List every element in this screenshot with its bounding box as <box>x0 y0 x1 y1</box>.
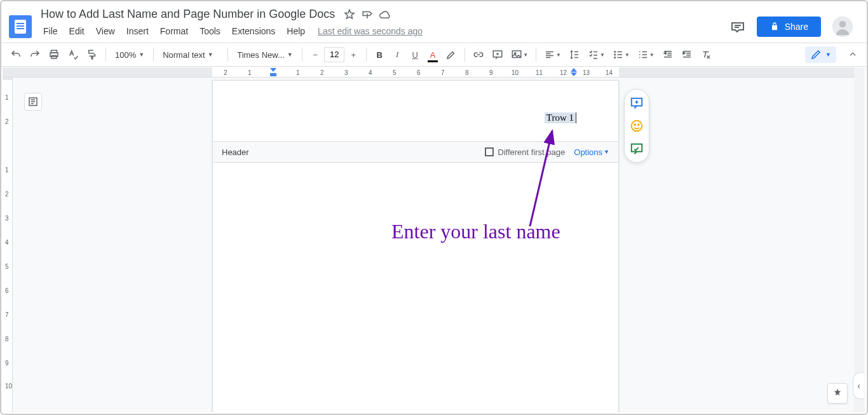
ruler-tick: 1 <box>248 69 252 76</box>
editing-mode-button[interactable]: ▼ <box>805 46 836 63</box>
undo-button[interactable] <box>8 46 24 64</box>
zoom-select[interactable]: 100%▼ <box>111 46 148 64</box>
ruler-tick: 10 <box>512 69 519 76</box>
font-size-increase[interactable]: + <box>346 46 361 64</box>
comments-history-icon[interactable] <box>730 19 745 34</box>
separator <box>105 48 106 62</box>
right-indent-marker[interactable] <box>570 67 578 78</box>
bulleted-list-button[interactable]: ▼ <box>610 46 632 64</box>
vertical-ruler[interactable]: 1 2 1 2 3 4 5 6 7 8 9 10 <box>3 78 13 412</box>
insert-image-button[interactable]: ▼ <box>508 46 531 64</box>
comment-actions-panel <box>624 89 649 163</box>
align-button[interactable]: ▼ <box>541 46 564 64</box>
toolbar: 100%▼ Normal text▼ Times New...▼ − 12 + … <box>1 43 867 67</box>
add-comment-button[interactable] <box>489 46 506 64</box>
increase-indent-button[interactable] <box>679 46 695 64</box>
menu-format[interactable]: Format <box>155 24 193 39</box>
separator <box>366 48 367 62</box>
document-title[interactable]: How to Add Last Name and Page Number in … <box>38 6 337 22</box>
star-icon[interactable] <box>344 9 355 20</box>
zoom-value: 100% <box>115 50 136 60</box>
lock-icon <box>770 22 780 32</box>
menu-edit[interactable]: Edit <box>64 24 90 39</box>
ruler-tick: 1 <box>296 69 300 76</box>
font-size-decrease[interactable]: − <box>308 46 323 64</box>
account-avatar[interactable] <box>832 17 853 37</box>
ruler-tick: 6 <box>417 69 421 76</box>
share-button[interactable]: Share <box>757 17 821 37</box>
add-comment-icon[interactable] <box>630 96 644 110</box>
ruler-tick: 4 <box>369 69 372 76</box>
italic-button[interactable]: I <box>390 46 405 64</box>
last-edit-link[interactable]: Last edit was seconds ago <box>318 26 423 36</box>
spellcheck-button[interactable] <box>65 46 81 64</box>
ruler-tick: 4 <box>5 239 9 246</box>
menu-view[interactable]: View <box>91 24 120 39</box>
svg-point-17 <box>632 121 642 132</box>
hide-menus-button[interactable] <box>845 47 860 62</box>
svg-point-18 <box>634 124 635 125</box>
ruler-tick: 8 <box>5 336 9 343</box>
menu-help[interactable]: Help <box>281 24 310 39</box>
font-size-input[interactable]: 12 <box>324 47 344 62</box>
separator <box>153 48 154 62</box>
numbered-list-button[interactable]: ▼ <box>635 46 657 64</box>
separator <box>465 48 465 62</box>
pencil-icon <box>810 49 822 60</box>
move-icon[interactable] <box>362 9 373 20</box>
docs-logo-icon[interactable] <box>9 15 32 38</box>
svg-rect-14 <box>270 73 276 76</box>
separator <box>536 48 536 62</box>
clear-formatting-button[interactable] <box>698 46 714 64</box>
font-select[interactable]: Times New...▼ <box>233 46 297 64</box>
options-label: Options <box>574 147 602 157</box>
explore-button[interactable] <box>827 383 848 404</box>
ruler-tick: 1 <box>5 167 9 173</box>
redo-button[interactable] <box>27 46 43 64</box>
header-text[interactable]: Trow 1 <box>545 112 576 123</box>
svg-rect-20 <box>632 144 642 152</box>
line-spacing-button[interactable] <box>566 46 583 64</box>
chevron-down-icon: ▼ <box>208 51 214 58</box>
ruler-tick: 2 <box>224 69 227 76</box>
checklist-button[interactable]: ▼ <box>585 46 607 64</box>
side-panel-toggle[interactable]: ‹ <box>853 372 864 399</box>
cloud-status-icon[interactable] <box>379 9 391 20</box>
ruler-tick: 13 <box>583 69 590 76</box>
underline-button[interactable]: U <box>407 46 423 64</box>
ruler-tick: 2 <box>5 191 9 198</box>
highlight-button[interactable] <box>443 46 459 64</box>
bold-button[interactable]: B <box>372 46 387 64</box>
insert-link-button[interactable] <box>470 46 487 64</box>
paint-format-button[interactable] <box>84 46 100 64</box>
menu-tools[interactable]: Tools <box>194 24 226 39</box>
ruler-tick: 2 <box>5 118 9 125</box>
different-first-page-checkbox[interactable]: Different first page <box>485 147 565 157</box>
show-outline-button[interactable] <box>24 93 42 111</box>
svg-rect-12 <box>617 54 622 55</box>
text-color-button[interactable]: A <box>425 46 440 64</box>
svg-point-19 <box>638 124 639 125</box>
paragraph-style-select[interactable]: Normal text▼ <box>159 46 222 64</box>
svg-point-8 <box>614 51 616 53</box>
ruler-tick: 3 <box>5 215 9 222</box>
menu-file[interactable]: File <box>38 24 63 39</box>
chevron-down-icon: ▼ <box>604 149 609 155</box>
checkbox-icon <box>485 147 494 156</box>
svg-rect-11 <box>617 51 622 53</box>
header-options-button[interactable]: Options ▼ <box>574 147 609 157</box>
separator <box>302 48 302 62</box>
document-page[interactable]: Trow 1 Header Different first page Optio… <box>212 80 619 412</box>
ruler-tick: 7 <box>441 69 445 76</box>
menu-extensions[interactable]: Extensions <box>227 24 280 39</box>
left-indent-marker[interactable] <box>269 67 277 78</box>
suggest-edits-icon[interactable] <box>630 142 644 156</box>
emoji-reaction-icon[interactable] <box>630 119 644 133</box>
menu-insert[interactable]: Insert <box>121 24 154 39</box>
decrease-indent-button[interactable] <box>660 46 676 64</box>
chevron-down-icon: ▼ <box>139 51 144 58</box>
ruler-tick: 14 <box>606 69 613 76</box>
horizontal-ruler[interactable]: 2 1 1 2 3 4 5 6 7 8 9 10 11 12 13 14 <box>3 67 854 78</box>
print-button[interactable] <box>46 46 62 64</box>
vertical-scrollbar[interactable] <box>854 67 864 412</box>
